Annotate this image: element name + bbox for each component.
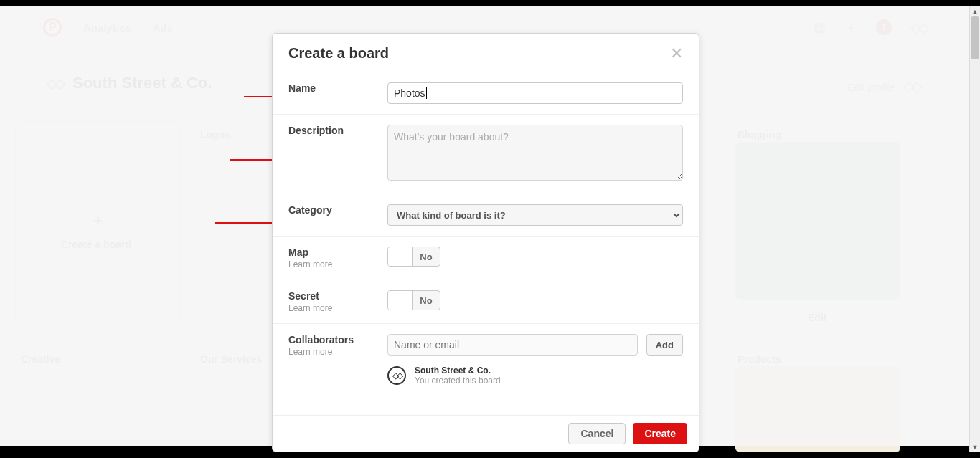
add-collaborator-button[interactable]: Add [646,334,683,356]
secret-toggle-knob [388,291,413,310]
name-input-value: Photos [394,87,425,99]
description-label: Description [288,125,374,136]
scroll-up-icon[interactable]: ▲ [970,6,980,16]
name-label: Name [288,82,374,94]
owner-avatar-icon: ◇◇ [387,366,406,385]
category-label: Category [288,204,374,216]
secret-toggle-value: No [413,291,440,310]
collaborators-learn-more[interactable]: Learn more [288,347,374,357]
secret-label: Secret [288,290,374,302]
close-icon[interactable]: ✕ [670,46,683,62]
modal-title: Create a board [288,45,389,62]
map-toggle-knob [388,247,413,266]
text-caret-icon [426,87,427,99]
create-board-modal: Create a board ✕ Name Photos Description… [272,33,699,452]
map-toggle-value: No [413,247,440,266]
name-input[interactable]: Photos [387,82,683,104]
map-label: Map [288,247,374,258]
category-select[interactable]: What kind of board is it? [387,204,683,226]
cancel-button[interactable]: Cancel [568,423,626,444]
description-textarea[interactable] [387,125,683,181]
collaborators-label: Collaborators [288,334,374,345]
owner-subtext: You created this board [415,376,501,386]
owner-name: South Street & Co. [415,366,501,376]
scrollbar-thumb[interactable] [971,16,979,59]
secret-toggle[interactable]: No [387,290,440,310]
secret-learn-more[interactable]: Learn more [288,303,374,313]
create-button[interactable]: Create [633,423,687,444]
map-learn-more[interactable]: Learn more [288,259,374,269]
collaborator-input[interactable] [387,334,638,356]
scroll-down-icon[interactable]: ▼ [970,442,980,452]
map-toggle[interactable]: No [387,247,440,267]
window-scrollbar[interactable]: ▲ ▼ [969,6,980,452]
